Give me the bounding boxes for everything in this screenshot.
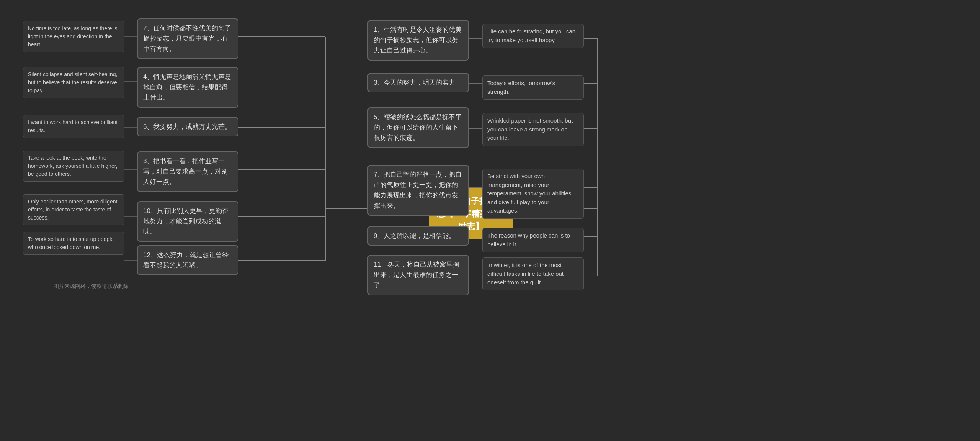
en-box-8: Take a look at the book, write the homew…: [23, 151, 124, 182]
ren-box-1: Life can be frustrating, but you can try…: [482, 24, 584, 48]
rcn1-text: 1、生活有时是令人沮丧的优美的句子摘抄励志，但你可以努力让自己过得开心。: [374, 26, 462, 54]
ren-box-11: In winter, it is one of the most difficu…: [482, 257, 584, 290]
rcn-box-11: 11、冬天，将自己从被窝里掏出来，是人生最难的任务之一了。: [368, 255, 469, 295]
cn8-text: 8、把书看一看，把作业写一写，对自己要求高一点，对别人好一点。: [143, 157, 228, 185]
rcn7-text: 7、把自己管的严格一点，把自己的气质往上提一提，把你的能力展现出来，把你的优点发…: [374, 171, 462, 210]
en-box-12: To work so hard is to shut up people who…: [23, 232, 124, 255]
cn12-text: 12、这么努力，就是想让曾经看不起我的人闭嘴。: [143, 251, 229, 269]
rcn3-text: 3、今天的努力，明天的实力。: [374, 79, 462, 86]
en-box-6: I want to work hard to achieve brilliant…: [23, 115, 124, 138]
rcn-box-3: 3、今天的努力，明天的实力。: [368, 73, 469, 92]
cn-box-8: 8、把书看一看，把作业写一写，对自己要求高一点，对别人好一点。: [137, 151, 238, 192]
cn6-text: 6、我要努力，成就万丈光芒。: [143, 123, 231, 130]
ren-box-5: Wrinkled paper is not smooth, but you ca…: [482, 113, 584, 146]
en-box-2: No time is too late, as long as there is…: [23, 21, 124, 52]
mind-map: 优美的句子摘抄励志【20字精美句子励志】 2、任何时候都不晚优美的句子摘抄励志，…: [0, 0, 980, 441]
ren5-text: Wrinkled paper is not smooth, but you ca…: [487, 117, 573, 141]
ren11-text: In winter, it is one of the most difficu…: [487, 262, 564, 285]
ren-box-7: Be strict with your own management, rais…: [482, 169, 584, 219]
rcn-box-1: 1、生活有时是令人沮丧的优美的句子摘抄励志，但你可以努力让自己过得开心。: [368, 20, 469, 61]
en2-text: No time is too late, as long as there is…: [28, 25, 117, 48]
en8-text: Take a look at the book, write the homew…: [28, 155, 117, 177]
cn-box-6: 6、我要努力，成就万丈光芒。: [137, 117, 238, 136]
cn-box-12: 12、这么努力，就是想让曾经看不起我的人闭嘴。: [137, 245, 238, 275]
rcn9-text: 9、人之所以能，是相信能。: [374, 232, 455, 239]
cn4-text: 4、悄无声息地崩溃又悄无声息地自愈，但要相信，结果配得上付出。: [143, 73, 231, 101]
en4-text: Silent collapse and silent self-healing,…: [28, 71, 117, 93]
ren-box-3: Today's efforts, tomorrow's strength.: [482, 75, 584, 100]
en12-text: To work so hard is to shut up people who…: [28, 236, 114, 250]
ren1-text: Life can be frustrating, but you can try…: [487, 28, 575, 43]
en-box-4: Silent collapse and silent self-healing,…: [23, 67, 124, 98]
rcn-box-5: 5、褶皱的纸怎么抚都是抚不平的，但你可以给你的人生留下很厉害的痕迹。: [368, 107, 469, 148]
rcn-box-9: 9、人之所以能，是相信能。: [368, 226, 469, 246]
ren-box-9: The reason why people can is to believe …: [482, 228, 584, 252]
ren3-text: Today's efforts, tomorrow's strength.: [487, 80, 555, 95]
ren7-text: Be strict with your own management, rais…: [487, 173, 571, 214]
copyright-text: 图片来源网络，侵权请联系删除: [54, 283, 129, 290]
cn-box-4: 4、悄无声息地崩溃又悄无声息地自愈，但要相信，结果配得上付出。: [137, 67, 238, 108]
cn-box-10: 10、只有比别人更早，更勤奋地努力，才能尝到成功的滋味。: [137, 201, 238, 242]
en6-text: I want to work hard to achieve brilliant…: [28, 119, 118, 133]
en-box-10: Only earlier than others, more diligent …: [23, 194, 124, 225]
rcn11-text: 11、冬天，将自己从被窝里掏出来，是人生最难的任务之一了。: [374, 261, 459, 289]
ren9-text: The reason why people can is to believe …: [487, 232, 570, 248]
en10-text: Only earlier than others, more diligent …: [28, 198, 117, 221]
rcn5-text: 5、褶皱的纸怎么抚都是抚不平的，但你可以给你的人生留下很厉害的痕迹。: [374, 113, 462, 141]
cn10-text: 10、只有比别人更早，更勤奋地努力，才能尝到成功的滋味。: [143, 207, 229, 235]
cn-box-2: 2、任何时候都不晚优美的句子摘抄励志，只要眼中有光，心中有方向。: [137, 18, 238, 59]
rcn-box-7: 7、把自己管的严格一点，把自己的气质往上提一提，把你的能力展现出来，把你的优点发…: [368, 165, 469, 216]
cn2-text: 2、任何时候都不晚优美的句子摘抄励志，只要眼中有光，心中有方向。: [143, 25, 231, 52]
